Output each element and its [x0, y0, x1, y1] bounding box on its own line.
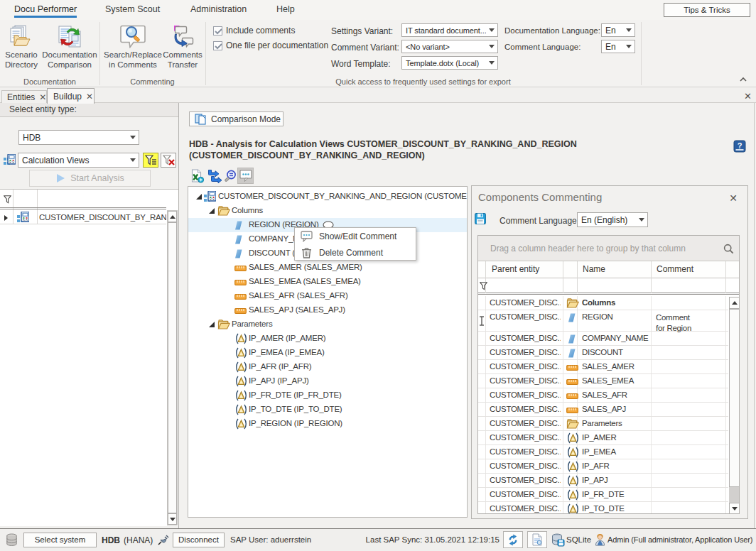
entity-row[interactable]: CUSTOMER_DISCOUNT_BY_RANKING_AND_REGION: [0, 210, 166, 224]
left-grid-vscrollbar[interactable]: [167, 210, 178, 525]
scenario-directory-button[interactable]: ScenarioDirectory: [1, 23, 41, 75]
system-combo[interactable]: HDB: [18, 130, 139, 145]
cell-parent-entity[interactable]: CUSTOMER_DISC...: [490, 405, 561, 413]
cell-parent-entity[interactable]: CUSTOMER_DISC...: [490, 476, 561, 484]
scroll-down-button[interactable]: [168, 513, 177, 525]
expand-icon[interactable]: [196, 194, 202, 200]
transfer-comments-icon[interactable]: [207, 169, 222, 183]
scroll-track[interactable]: [729, 487, 740, 503]
select-system-button[interactable]: Select system: [23, 533, 97, 547]
cell-comment[interactable]: Comment for Region: [656, 312, 697, 334]
help-icon[interactable]: ?: [733, 140, 746, 153]
menu-system-scout[interactable]: System Scout: [105, 4, 160, 14]
start-analysis-button[interactable]: Start Analysis: [29, 170, 151, 187]
cell-name[interactable]: IP_TO_DTE: [582, 504, 649, 513]
one-file-checkbox[interactable]: [213, 41, 222, 50]
right-grid-vscrollbar[interactable]: [729, 297, 740, 514]
cell-parent-entity[interactable]: CUSTOMER_DISC...: [490, 447, 561, 456]
tab-buildup[interactable]: Buildup ✕: [47, 88, 94, 104]
toggle-comments-button[interactable]: [237, 168, 254, 184]
cell-parent-entity[interactable]: CUSTOMER_DISC...: [490, 391, 561, 399]
comment-grid-row[interactable]: CUSTOMER_DISC... IP_TO_DTE: [478, 502, 728, 514]
include-comments-checkbox[interactable]: [213, 26, 222, 36]
tree-node[interactable]: SALES_EMEA (SALES_EMEA): [188, 275, 467, 289]
expand-icon[interactable]: [4, 214, 9, 222]
menu-item-delete-comment[interactable]: Delete Comment: [295, 244, 416, 261]
tree-node[interactable]: SALES_APJ (SALES_APJ): [188, 303, 467, 317]
cell-name[interactable]: REGION: [582, 312, 649, 321]
comment-grid-row[interactable]: CUSTOMER_DISC... SALES_APJ: [478, 403, 728, 417]
group-by-bar[interactable]: Drag a column header here to group by th…: [478, 236, 739, 261]
tree-node[interactable]: IP_APJ (IP_APJ): [188, 374, 467, 388]
search-replace-comments-button[interactable]: Search/Replacein Comments: [102, 23, 163, 75]
scroll-up-button[interactable]: [168, 211, 177, 222]
save-icon[interactable]: [475, 213, 486, 224]
comment-variant-combo[interactable]: <No variant>: [401, 40, 498, 53]
close-icon[interactable]: ✕: [729, 192, 738, 204]
cell-name[interactable]: IP_APJ: [582, 476, 649, 484]
scroll-thumb[interactable]: [729, 309, 740, 487]
cell-name[interactable]: IP_AMER: [582, 433, 649, 442]
comment-grid-row[interactable]: CUSTOMER_DISC... IP_APJ: [478, 474, 728, 488]
cell-parent-entity[interactable]: CUSTOMER_DISC...: [490, 348, 561, 356]
cell-parent-entity[interactable]: CUSTOMER_DISC...: [490, 462, 561, 470]
menu-docu-performer[interactable]: Docu Performer: [14, 4, 77, 14]
tree-node[interactable]: SALES_AMER (SALES_AMER): [188, 261, 467, 275]
cell-name[interactable]: Parameters: [582, 419, 649, 427]
documentation-comparison-button[interactable]: DocumentationComparison: [40, 23, 99, 75]
tree-node[interactable]: Parameters: [188, 317, 467, 332]
entity-type-combo[interactable]: Calculation Views: [18, 153, 139, 168]
cell-name[interactable]: Columns: [582, 298, 649, 307]
cell-parent-entity[interactable]: CUSTOMER_DISC...: [490, 362, 561, 371]
cell-name[interactable]: IP_FR_DTE: [582, 490, 649, 498]
cell-name[interactable]: SALES_EMEA: [582, 376, 649, 385]
tab-entities[interactable]: Entities ✕: [1, 90, 47, 103]
comment-grid-row[interactable]: CUSTOMER_DISC... SALES_AFR: [478, 388, 728, 403]
cell-parent-entity[interactable]: CUSTOMER_DISC...: [490, 433, 561, 442]
cell-parent-entity[interactable]: CUSTOMER_DISC...: [490, 504, 561, 513]
cell-name[interactable]: COMPANY_NAME: [582, 334, 649, 342]
comment-language-combo[interactable]: En: [601, 40, 635, 53]
close-icon[interactable]: ✕: [86, 93, 93, 100]
comment-grid-row[interactable]: CUSTOMER_DISC... IP_FR_DTE: [478, 488, 728, 502]
comment-grid-row[interactable]: CUSTOMER_DISC... IP_AMER: [478, 431, 728, 445]
expand-icon[interactable]: [209, 322, 215, 328]
zoom-icon[interactable]: [224, 170, 237, 183]
grid-filter-row[interactable]: [0, 190, 166, 208]
tree-node[interactable]: CUSTOMER_DISCOUNT_BY_RANKING_AND_REGION …: [188, 190, 467, 204]
tree-node[interactable]: IP_REGION (IP_REGION): [188, 417, 467, 431]
column-header-name[interactable]: Name: [583, 264, 605, 274]
tree-node[interactable]: Columns: [188, 204, 467, 218]
comment-grid-row[interactable]: CUSTOMER_DISC... IP_EMEA: [478, 445, 728, 459]
comparison-mode-button[interactable]: Comparison Mode: [189, 111, 284, 126]
grid-filter-row[interactable]: [478, 278, 739, 293]
comment-grid-row[interactable]: CUSTOMER_DISC... Columns: [478, 296, 728, 310]
cell-parent-entity[interactable]: CUSTOMER_DISC...: [490, 419, 561, 427]
cell-name[interactable]: DISCOUNT: [582, 348, 649, 356]
close-icon[interactable]: ✕: [744, 91, 752, 102]
cell-parent-entity[interactable]: CUSTOMER_DISC...: [490, 334, 561, 342]
expand-icon[interactable]: [209, 208, 215, 214]
comment-grid-row[interactable]: CUSTOMER_DISC... SALES_EMEA: [478, 374, 728, 388]
menu-help[interactable]: Help: [276, 4, 295, 14]
tree-node[interactable]: SALES_AFR (SALES_AFR): [188, 289, 467, 303]
clear-filter-button[interactable]: [161, 153, 176, 168]
cell-parent-entity[interactable]: CUSTOMER_DISC...: [490, 298, 561, 307]
refresh-sync-button[interactable]: [503, 531, 523, 548]
tree-node[interactable]: IP_AMER (IP_AMER): [188, 332, 467, 346]
sync-log-button[interactable]: [527, 531, 547, 548]
cell-name[interactable]: SALES_APJ: [582, 405, 649, 413]
panel-comment-language-combo[interactable]: En (English): [577, 212, 648, 227]
scroll-up-button[interactable]: [729, 297, 740, 309]
tree-node[interactable]: IP_FR_DTE (IP_FR_DTE): [188, 388, 467, 403]
search-icon[interactable]: [723, 244, 734, 254]
ribbon-collapse-icon[interactable]: [739, 75, 749, 85]
close-icon[interactable]: ✕: [39, 94, 46, 101]
comments-transfer-button[interactable]: CommentsTransfer: [161, 23, 204, 75]
disconnect-button[interactable]: Disconnect: [173, 533, 225, 547]
cell-parent-entity[interactable]: CUSTOMER_DISC...: [490, 376, 561, 385]
tree-node[interactable]: IP_EMEA (IP_EMEA): [188, 346, 467, 360]
documentation-language-combo[interactable]: En: [601, 23, 635, 37]
cell-parent-entity[interactable]: CUSTOMER_DISC...: [490, 490, 561, 498]
word-template-combo[interactable]: Template.dotx (Local): [401, 56, 498, 70]
